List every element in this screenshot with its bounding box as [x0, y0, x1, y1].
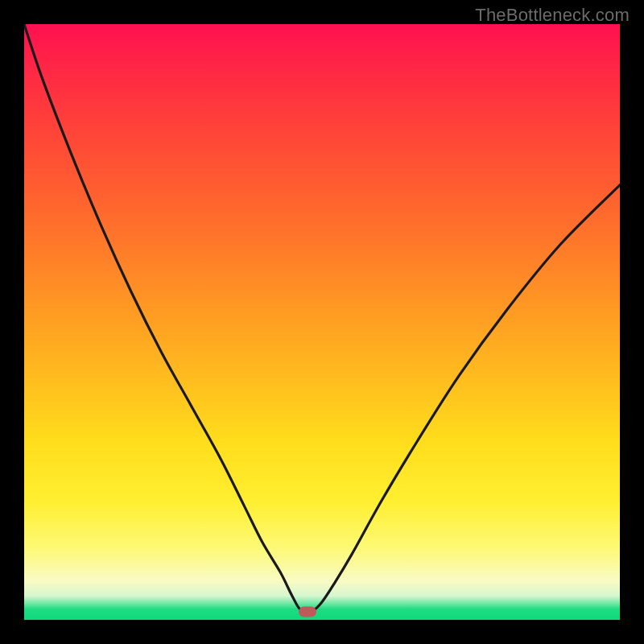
optimal-point-marker: [299, 606, 316, 617]
watermark-text: TheBottleneck.com: [475, 5, 630, 26]
plot-area: [24, 24, 620, 620]
bottleneck-curve: [24, 24, 620, 620]
